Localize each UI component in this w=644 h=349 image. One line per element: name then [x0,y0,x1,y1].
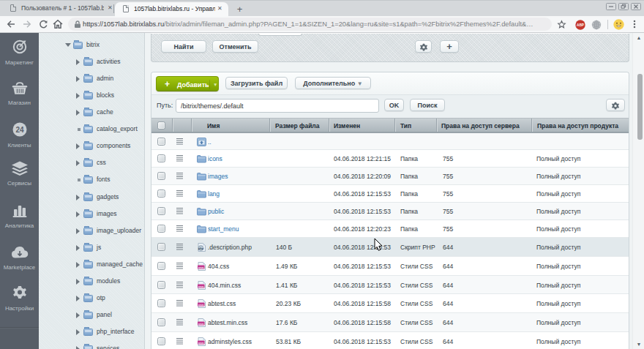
svg-text:css: css [198,322,204,326]
svg-text:css: css [198,266,204,269]
svg-text:php: php [198,247,204,250]
svg-text:css: css [198,303,204,307]
svg-text:css: css [198,285,204,288]
svg-text:24: 24 [15,126,24,134]
svg-text:css: css [198,341,204,345]
svg-text:ABP: ABP [577,23,584,27]
